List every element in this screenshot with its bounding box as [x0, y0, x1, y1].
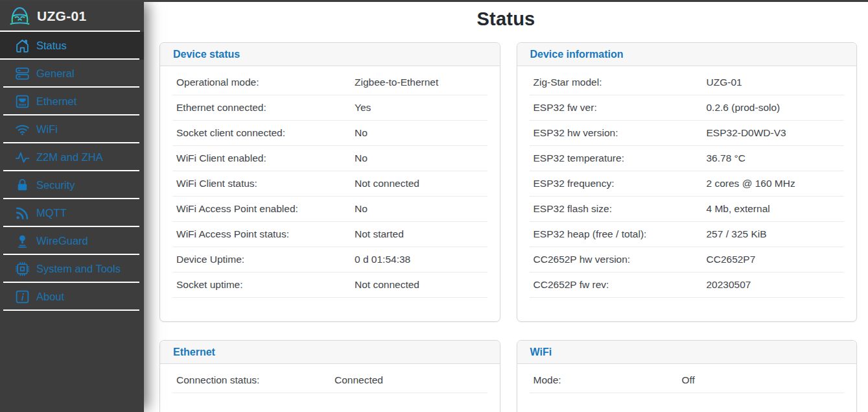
- cpu-icon: [14, 261, 30, 278]
- status-row: ESP32 frequency: 2 cores @ 160 MHz: [530, 171, 845, 197]
- app-brand: UZG-01: [0, 0, 144, 32]
- status-row: Zig-Star model: UZG-01: [530, 70, 845, 95]
- row-label: Mode:: [534, 374, 682, 386]
- status-row: CC2652P fw rev: 20230507: [530, 273, 845, 298]
- row-value: 0.2.6 (prod-solo): [707, 102, 841, 114]
- card-header: Device information: [517, 43, 857, 66]
- row-value: Not started: [355, 228, 484, 240]
- row-label: CC2652P hw version:: [534, 254, 707, 265]
- ethernet-icon: [14, 93, 30, 110]
- row-value: 4 Mb, external: [707, 203, 841, 215]
- card-body: Operational mode: Zigbee-to-Ethernet Eth…: [160, 66, 500, 321]
- status-row: WiFi Access Point status: Not started: [172, 222, 487, 247]
- sidebar-item-about[interactable]: About: [0, 283, 144, 311]
- row-label: Socket uptime:: [176, 279, 355, 291]
- card-body: Mode: Off: [517, 364, 857, 412]
- sidebar-item-general[interactable]: General: [0, 60, 144, 88]
- card-device-status: Device status Operational mode: Zigbee-t…: [159, 42, 500, 322]
- page: UZG-01 Status General Ethernet WiFi Z2M …: [0, 0, 868, 412]
- row-label: WiFi Access Point status:: [176, 228, 355, 240]
- row-value: CC2652P7: [707, 254, 841, 265]
- status-row: Socket client connected: No: [172, 121, 487, 146]
- sidebar-nav: Status General Ethernet WiFi Z2M and ZHA…: [0, 32, 144, 311]
- row-label: ESP32 flash size:: [534, 203, 707, 215]
- row-label: Operational mode:: [176, 77, 355, 88]
- sidebar-item-wifi[interactable]: WiFi: [0, 115, 144, 143]
- row-label: ESP32 frequency:: [534, 178, 707, 189]
- status-row: Mode: Off: [530, 368, 845, 393]
- row-value: 2 cores @ 160 MHz: [707, 178, 841, 189]
- row-label: WiFi Access Point enabled:: [176, 203, 355, 215]
- row-value: Connected: [334, 374, 484, 386]
- sidebar-item-mqtt[interactable]: MQTT: [0, 199, 144, 227]
- status-row: ESP32 fw ver: 0.2.6 (prod-solo): [530, 95, 845, 121]
- row-label: WiFi Client status:: [176, 178, 355, 189]
- card-device-information: Device information Zig-Star model: UZG-0…: [517, 42, 858, 322]
- card-title: Device information: [530, 49, 624, 60]
- app-title: UZG-01: [37, 8, 86, 24]
- row-value: No: [355, 203, 484, 215]
- row-value: 257 / 325 KiB: [707, 228, 841, 240]
- status-row: ESP32 hw version: ESP32-D0WD-V3: [530, 121, 845, 146]
- row-value: Yes: [355, 102, 484, 114]
- row-value: No: [355, 127, 484, 139]
- status-row: Connection status: Connected: [172, 368, 487, 393]
- status-row: ESP32 temperature: 36.78 °C: [530, 146, 845, 171]
- card-body: Zig-Star model: UZG-01 ESP32 fw ver: 0.2…: [517, 66, 857, 321]
- card-header: Ethernet: [160, 341, 500, 364]
- rss-icon: [14, 205, 30, 222]
- row-label: Connection status:: [176, 374, 334, 386]
- row-value: 36.78 °C: [707, 152, 841, 164]
- servers-icon: [14, 66, 30, 82]
- card-header: Device status: [160, 43, 500, 66]
- row-label: Socket client connected:: [176, 127, 355, 139]
- info-icon: [14, 289, 30, 306]
- row-label: ESP32 fw ver:: [534, 102, 707, 114]
- row-value: Not connected: [355, 178, 484, 189]
- card-title: Ethernet: [173, 346, 215, 357]
- card-title: Device status: [173, 49, 240, 60]
- activity-icon: [14, 149, 30, 166]
- lock-icon: [14, 177, 30, 194]
- card-ethernet: Ethernet Connection status: Connected: [159, 340, 500, 412]
- row-label: Device Uptime:: [176, 254, 355, 265]
- row-label: ESP32 heap (free / total):: [534, 228, 707, 240]
- status-row: Ethernet connected: Yes: [172, 95, 487, 121]
- row-value: ESP32-D0WD-V3: [707, 127, 841, 139]
- uzg-logo-icon: [8, 5, 31, 27]
- status-row: ESP32 flash size: 4 Mb, external: [530, 197, 845, 222]
- card-header: WiFi: [517, 341, 857, 364]
- sidebar-item-z2m-and-zha[interactable]: Z2M and ZHA: [0, 143, 144, 171]
- sidebar-item-security[interactable]: Security: [0, 171, 144, 199]
- card-title: WiFi: [530, 346, 552, 357]
- row-label: Zig-Star model:: [534, 77, 707, 88]
- status-row: Operational mode: Zigbee-to-Ethernet: [172, 70, 487, 95]
- sidebar-item-ethernet[interactable]: Ethernet: [0, 88, 144, 115]
- status-row: WiFi Client status: Not connected: [172, 171, 487, 197]
- status-row: WiFi Client enabled: No: [172, 146, 487, 171]
- wifi-icon: [14, 121, 30, 138]
- sidebar-item-status[interactable]: Status: [0, 32, 144, 60]
- row-value: No: [355, 152, 484, 164]
- main-content: Status Device status Operational mode: Z…: [144, 0, 868, 412]
- row-value: Zigbee-to-Ethernet: [355, 77, 484, 88]
- row-value: 0 d 01:54:38: [355, 254, 484, 265]
- row-label: ESP32 temperature:: [534, 152, 707, 164]
- row-value: UZG-01: [707, 77, 841, 88]
- top-border: [0, 0, 868, 2]
- row-label: CC2652P fw rev:: [534, 279, 707, 291]
- row-label: WiFi Client enabled:: [176, 152, 355, 164]
- sidebar-item-system-and-tools[interactable]: System and Tools: [0, 255, 144, 283]
- card-wifi: WiFi Mode: Off: [517, 340, 858, 412]
- home-icon: [14, 38, 30, 55]
- row-value: Not connected: [355, 279, 484, 291]
- page-title: Status: [144, 8, 868, 30]
- sidebar: UZG-01 Status General Ethernet WiFi Z2M …: [0, 0, 144, 412]
- row-value: Off: [682, 374, 841, 386]
- row-label: Ethernet connected:: [176, 102, 355, 114]
- card-body: Connection status: Connected: [160, 364, 500, 412]
- status-row: ESP32 heap (free / total): 257 / 325 KiB: [530, 222, 845, 247]
- wireguard-icon: [14, 233, 30, 250]
- sidebar-item-wireguard[interactable]: WireGuard: [0, 227, 144, 255]
- status-row: Socket uptime: Not connected: [172, 273, 487, 298]
